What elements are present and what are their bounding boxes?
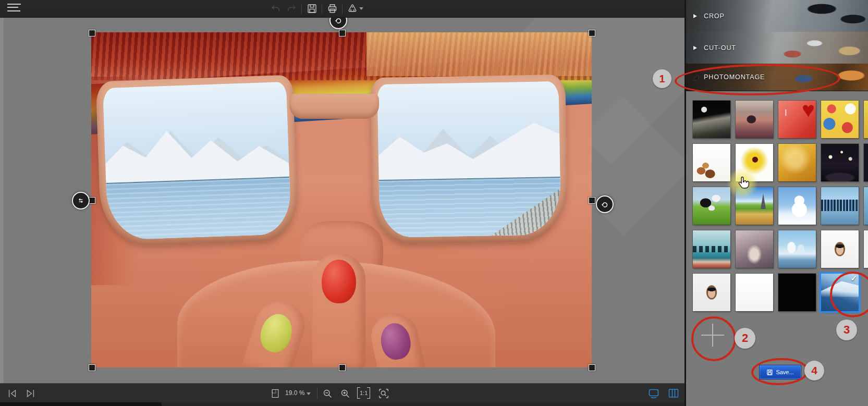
redo-icon [286, 3, 297, 15]
actual-size-label: 1:1 [360, 390, 368, 396]
print-icon [327, 3, 338, 14]
section-header-crop[interactable]: CROP [686, 0, 868, 32]
section-header-photomontage[interactable]: PHOTOMONTAGE [686, 64, 868, 91]
chevron-collapsed-icon [693, 14, 697, 18]
zoom-preview-icon [270, 388, 280, 399]
nav-next-button[interactable] [23, 386, 38, 401]
selection-handle-middle-right[interactable] [589, 197, 595, 204]
painted-nail-red [322, 260, 356, 303]
thumbnail-moon-surface[interactable] [693, 101, 730, 138]
rotate-icon [600, 199, 610, 210]
thumbnail-partial-sky[interactable] [864, 187, 868, 225]
section-label: PHOTOMONTAGE [704, 73, 765, 81]
nav-next-icon [25, 388, 36, 399]
zoom-out-icon [322, 388, 333, 399]
share-button[interactable] [345, 2, 365, 16]
sunglasses-left-lens [103, 82, 291, 240]
photo-hair-fur-light [366, 32, 592, 76]
actual-size-button[interactable]: 1:1 [357, 387, 370, 399]
thumbnail-winter-city[interactable] [778, 230, 816, 268]
thumbnail-woman-portrait-2[interactable] [693, 274, 730, 311]
chevron-collapsed-icon [693, 46, 697, 50]
selection-handle-bottom-left[interactable] [89, 364, 95, 371]
save-button[interactable] [304, 2, 320, 16]
canvas-area [0, 18, 684, 383]
hand-cursor-icon [736, 175, 751, 191]
photomontage-panel: CROPCUT-OUTPHOTOMONTAGE ✓ Save... [684, 0, 868, 406]
zoom-in-button[interactable] [338, 386, 352, 401]
fit-screen-button[interactable] [376, 386, 391, 401]
section-label: CUT-OUT [704, 44, 736, 52]
undo-icon [270, 3, 282, 15]
plus-icon [712, 324, 713, 347]
thumbnail-partial-dark[interactable] [864, 144, 868, 181]
sunglasses-left-frame [96, 75, 299, 248]
zoom-dropdown[interactable] [304, 386, 312, 401]
selection-handle-top-center[interactable] [339, 30, 346, 36]
redo-button[interactable] [284, 2, 299, 16]
thumbnail-woman-portrait[interactable] [821, 230, 859, 268]
selection-handle-top-left[interactable] [89, 30, 95, 36]
sunglasses-right-lens [377, 81, 561, 238]
lens-lake [106, 177, 291, 240]
thumbnail-gold-texture[interactable] [778, 144, 816, 181]
menu-icon[interactable] [7, 4, 23, 13]
top-toolbar [0, 0, 684, 18]
thumbnail-cow[interactable] [693, 187, 730, 225]
nav-first-button[interactable] [5, 386, 20, 401]
chevron-expanded-icon [693, 75, 698, 80]
thumbnail-glacier[interactable]: ✓ [821, 274, 859, 311]
panel-toggle-button[interactable] [666, 386, 681, 401]
zoom-preview-button[interactable] [268, 386, 283, 401]
rotate-handle-right[interactable] [596, 195, 614, 213]
share-icon [347, 3, 358, 15]
thumbnail-partial-comic[interactable] [864, 101, 868, 138]
toolbar-separator [322, 4, 322, 14]
screen-icon [647, 387, 660, 400]
selection-handle-top-right[interactable] [589, 30, 595, 36]
thumbnail-blossom-path[interactable] [736, 230, 773, 268]
sunglasses-right-frame [370, 75, 568, 244]
selection-handle-bottom-center[interactable] [339, 364, 346, 371]
thumbnail-partial-white[interactable] [864, 230, 868, 268]
toolbar-separator [317, 388, 317, 399]
thumbnail-concert[interactable] [821, 144, 859, 181]
toolbar-separator [301, 4, 302, 14]
zoom-in-icon [340, 388, 351, 399]
fit-screen-icon [378, 388, 389, 399]
nav-first-icon [7, 388, 18, 399]
rotate-icon [333, 18, 344, 26]
thumbnail-red-heart[interactable] [778, 101, 816, 138]
zoom-out-button[interactable] [320, 386, 335, 401]
thumbnail-heart-tree[interactable] [736, 101, 773, 138]
undo-button[interactable] [268, 2, 284, 16]
flip-handle[interactable] [72, 192, 90, 210]
canvas-edge-strip [0, 18, 4, 383]
share-caret-icon [359, 7, 363, 10]
save-montage-button[interactable]: Save... [759, 365, 801, 379]
zoom-level-value[interactable]: 19.0 % [285, 389, 304, 397]
thumbnail-pets[interactable] [693, 144, 730, 181]
selection-handle-bottom-right[interactable] [589, 364, 595, 371]
sunglasses-bridge [289, 94, 379, 119]
section-label: CROP [704, 13, 725, 20]
screen-view-button[interactable] [646, 386, 661, 401]
bottom-toolbar: 19.0 % 1:1 [0, 383, 684, 403]
flip-horizontal-icon [76, 195, 86, 206]
zoom-dropdown-caret-icon [307, 392, 311, 395]
edited-photo[interactable] [91, 32, 592, 367]
thumbnail-blank-black[interactable] [778, 274, 816, 311]
photo-editor-window: { "top_toolbar": { "icons": [ {"name": "… [0, 0, 868, 406]
rotate-handle-top[interactable] [329, 18, 347, 29]
save-montage-label: Save... [776, 369, 793, 375]
save-floppy-icon [766, 369, 773, 376]
print-button[interactable] [324, 2, 340, 16]
thumbnail-venice-gondolas[interactable] [693, 230, 730, 268]
section-header-cut-out[interactable]: CUT-OUT [686, 32, 868, 64]
status-strip-right [162, 402, 684, 406]
thumbnail-blank-white[interactable] [736, 274, 773, 311]
thumbnail-snowman[interactable] [778, 187, 816, 225]
thumbnail-comic[interactable] [821, 101, 859, 138]
thumbnail-city-skyline[interactable] [821, 187, 859, 225]
add-template-button[interactable] [701, 323, 725, 347]
